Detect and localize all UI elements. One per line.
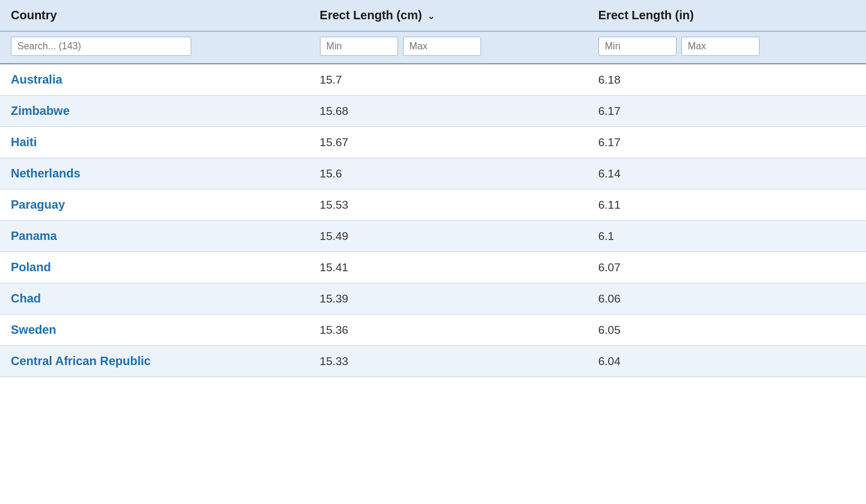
country-name[interactable]: Netherlands	[11, 167, 81, 180]
table-row: Haiti15.676.17	[0, 127, 866, 158]
cell-erect-in: 6.14	[588, 158, 866, 189]
table-body: Australia15.76.18Zimbabwe15.686.17Haiti1…	[0, 64, 866, 377]
cell-erect-in: 6.05	[588, 315, 866, 346]
table-row: Sweden15.366.05	[0, 315, 866, 346]
cell-erect-in: 6.06	[588, 283, 866, 315]
country-name[interactable]: Sweden	[11, 323, 57, 336]
table-row: Paraguay15.536.11	[0, 189, 866, 221]
cell-erect-cm: 15.41	[309, 252, 588, 283]
country-name[interactable]: Haiti	[11, 135, 37, 149]
cell-country: Netherlands	[0, 158, 309, 189]
cell-country: Poland	[0, 252, 309, 283]
table-header-row: Country Erect Length (cm) ⌄ Erect Length…	[0, 0, 866, 31]
cell-erect-cm: 15.6	[309, 158, 588, 189]
in-max-input[interactable]	[681, 37, 760, 56]
cell-erect-cm: 15.36	[309, 315, 588, 346]
cell-country: Australia	[0, 64, 309, 96]
cell-erect-cm: 15.53	[309, 189, 588, 221]
country-name[interactable]: Panama	[11, 229, 57, 242]
cell-erect-cm: 15.7	[309, 64, 588, 96]
cell-erect-in: 6.17	[588, 96, 866, 127]
cm-min-input[interactable]	[320, 37, 398, 56]
cell-erect-cm: 15.67	[309, 127, 588, 158]
table-row: Chad15.396.06	[0, 283, 866, 315]
sort-desc-icon: ⌄	[428, 11, 435, 21]
country-name[interactable]: Central African Republic	[11, 354, 151, 367]
cell-erect-cm: 15.49	[309, 221, 588, 252]
cell-country: Zimbabwe	[0, 96, 309, 127]
cm-max-input[interactable]	[403, 37, 481, 56]
table-row: Panama15.496.1	[0, 221, 866, 252]
cell-country: Paraguay	[0, 189, 309, 221]
cell-country: Sweden	[0, 315, 309, 346]
country-name[interactable]: Chad	[11, 292, 41, 305]
table-row: Zimbabwe15.686.17	[0, 96, 866, 127]
filter-row	[0, 31, 866, 64]
cell-erect-cm: 15.33	[309, 346, 588, 377]
cell-erect-in: 6.04	[588, 346, 866, 377]
table-row: Poland15.416.07	[0, 252, 866, 283]
in-min-input[interactable]	[598, 37, 677, 56]
column-header-erect-in: Erect Length (in)	[588, 0, 866, 31]
search-cell	[0, 31, 309, 64]
table-row: Australia15.76.18	[0, 64, 866, 96]
cell-country: Central African Republic	[0, 346, 309, 377]
table-row: Central African Republic15.336.04	[0, 346, 866, 377]
cell-country: Panama	[0, 221, 309, 252]
in-filter-cell	[588, 31, 866, 64]
cell-erect-in: 6.18	[588, 64, 866, 96]
cell-erect-cm: 15.39	[309, 283, 588, 315]
search-input[interactable]	[11, 37, 191, 56]
column-header-erect-cm[interactable]: Erect Length (cm) ⌄	[309, 0, 588, 31]
cell-country: Haiti	[0, 127, 309, 158]
cell-erect-in: 6.1	[588, 221, 866, 252]
cell-country: Chad	[0, 283, 309, 315]
column-header-country: Country	[0, 0, 309, 31]
cell-erect-in: 6.07	[588, 252, 866, 283]
country-name[interactable]: Paraguay	[11, 198, 65, 211]
country-name[interactable]: Zimbabwe	[11, 104, 70, 117]
country-name[interactable]: Australia	[11, 73, 63, 86]
cell-erect-in: 6.11	[588, 189, 866, 221]
cm-filter-cell	[309, 31, 588, 64]
cell-erect-in: 6.17	[588, 127, 866, 158]
data-table: Country Erect Length (cm) ⌄ Erect Length…	[0, 0, 866, 377]
table-row: Netherlands15.66.14	[0, 158, 866, 189]
cell-erect-cm: 15.68	[309, 96, 588, 127]
country-name[interactable]: Poland	[11, 260, 51, 274]
